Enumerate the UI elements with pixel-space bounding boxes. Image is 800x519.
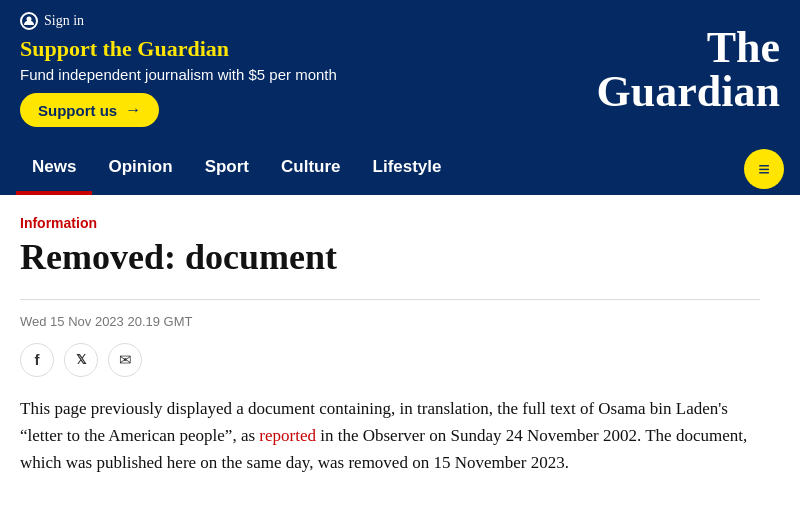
article-link[interactable]: reported: [259, 426, 316, 445]
support-button[interactable]: Support us →: [20, 93, 159, 127]
section-divider: [20, 299, 760, 300]
article-body: This page previously displayed a documen…: [20, 395, 760, 477]
article-date: Wed 15 Nov 2023 20.19 GMT: [20, 314, 760, 329]
guardian-logo: The Guardian: [597, 26, 780, 114]
email-share-button[interactable]: ✉: [108, 343, 142, 377]
email-icon: ✉: [119, 351, 132, 369]
promo-title: Support the Guardian: [20, 36, 597, 62]
twitter-icon: 𝕏: [76, 352, 86, 368]
social-share-bar: f 𝕏 ✉: [20, 343, 760, 377]
user-icon: [20, 12, 38, 30]
hamburger-icon: ≡: [758, 158, 770, 181]
twitter-share-button[interactable]: 𝕏: [64, 343, 98, 377]
sign-in-link[interactable]: Sign in: [20, 12, 597, 30]
article-content: Information Removed: document Wed 15 Nov…: [0, 195, 780, 506]
support-btn-label: Support us: [38, 102, 117, 119]
nav-items: News Opinion Sport Culture Lifestyle: [16, 143, 744, 195]
nav-item-sport[interactable]: Sport: [189, 143, 265, 195]
nav-item-lifestyle[interactable]: Lifestyle: [357, 143, 458, 195]
facebook-icon: f: [35, 351, 40, 368]
nav-item-opinion[interactable]: Opinion: [92, 143, 188, 195]
facebook-share-button[interactable]: f: [20, 343, 54, 377]
article-title: Removed: document: [20, 237, 760, 278]
article-category: Information: [20, 215, 760, 231]
promo-subtitle: Fund independent journalism with $5 per …: [20, 66, 597, 83]
main-nav: News Opinion Sport Culture Lifestyle ≡: [0, 143, 800, 195]
nav-item-news[interactable]: News: [16, 143, 92, 195]
promo-bar: Sign in Support the Guardian Fund indepe…: [0, 0, 800, 143]
menu-button[interactable]: ≡: [744, 149, 784, 189]
sign-in-label: Sign in: [44, 13, 84, 29]
nav-item-culture[interactable]: Culture: [265, 143, 357, 195]
promo-left: Sign in Support the Guardian Fund indepe…: [20, 12, 597, 127]
arrow-icon: →: [125, 101, 141, 119]
